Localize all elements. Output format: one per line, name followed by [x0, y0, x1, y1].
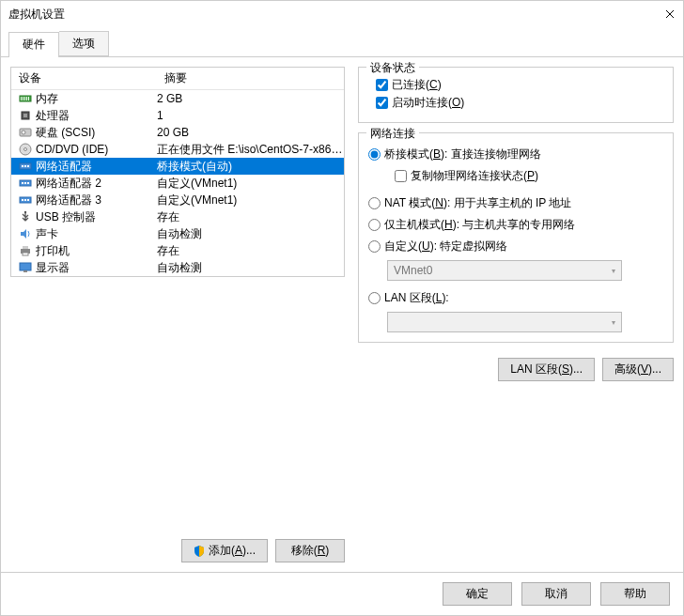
svg-point-9	[22, 131, 25, 134]
custom-radio[interactable]	[368, 240, 381, 253]
network-extra-buttons: LAN 区段(S)... 高级(V)...	[358, 358, 674, 381]
device-summary: 自动检测	[157, 226, 344, 242]
replicate-label: 复制物理网络连接状态(P)	[411, 168, 538, 184]
device-state-group: 设备状态 已连接(C) 启动时连接(O)	[358, 67, 674, 123]
lan-segment-dropdown-wrap: ▾	[387, 312, 663, 332]
device-row[interactable]: 处理器1	[11, 107, 344, 124]
network-connection-legend: 网络连接	[366, 126, 419, 142]
sound-icon	[17, 226, 34, 241]
svg-rect-27	[23, 253, 28, 255]
header-device: 设备	[11, 68, 157, 89]
net-icon	[17, 192, 34, 208]
hostonly-label: 仅主机模式(H): 与主机共享的专用网络	[384, 217, 575, 233]
device-list-header: 设备 摘要	[11, 68, 344, 90]
custom-radio-row[interactable]: 自定义(U): 特定虚拟网络	[368, 239, 663, 254]
cancel-button[interactable]: 取消	[521, 582, 591, 606]
right-panel: 设备状态 已连接(C) 启动时连接(O) 网络连接 桥接模式(B): 直接连接物…	[358, 67, 674, 562]
bridged-radio[interactable]	[368, 148, 381, 161]
svg-point-11	[24, 148, 27, 151]
connect-poweron-checkbox-row[interactable]: 启动时连接(O)	[368, 95, 663, 111]
ok-button[interactable]: 确定	[443, 582, 512, 606]
svg-point-24	[24, 211, 26, 213]
device-summary: 存在	[157, 209, 344, 225]
lan-segment-dropdown[interactable]: ▾	[387, 312, 622, 332]
svg-rect-29	[23, 270, 27, 272]
net-icon	[17, 176, 34, 191]
device-row[interactable]: 显示器自动检测	[11, 259, 344, 276]
custom-vmnet-value: VMnet0	[394, 264, 432, 277]
custom-vmnet-dropdown[interactable]: VMnet0 ▾	[387, 260, 622, 281]
lan-segments-button[interactable]: LAN 区段(S)...	[498, 358, 595, 381]
device-name: 打印机	[34, 243, 157, 259]
network-connection-group: 网络连接 桥接模式(B): 直接连接物理网络 复制物理网络连接状态(P) NAT…	[358, 132, 674, 343]
svg-rect-21	[22, 199, 23, 201]
connected-label: 已连接(C)	[392, 77, 442, 93]
left-panel: 设备 摘要 内存2 GB处理器1硬盘 (SCSI)20 GBCD/DVD (ID…	[10, 67, 345, 562]
usb-icon	[17, 209, 34, 224]
connected-checkbox[interactable]	[376, 79, 388, 91]
remove-button[interactable]: 移除(R)	[275, 539, 345, 562]
add-button-label: 添加(A)...	[209, 543, 256, 559]
device-summary: 存在	[157, 243, 344, 259]
device-row[interactable]: 网络适配器 2自定义(VMnet1)	[11, 175, 344, 192]
device-name: 网络适配器 3	[34, 192, 157, 208]
device-row[interactable]: 硬盘 (SCSI)20 GB	[11, 124, 344, 141]
dialog-buttons: 确定 取消 帮助	[1, 572, 683, 615]
device-summary: 1	[157, 109, 344, 122]
device-row[interactable]: 网络适配器 3自定义(VMnet1)	[11, 192, 344, 208]
svg-rect-1	[21, 97, 22, 100]
add-button[interactable]: 添加(A)...	[181, 539, 268, 562]
cd-icon	[17, 142, 34, 157]
device-name: 处理器	[34, 108, 157, 124]
custom-dropdown-wrap: VMnet0 ▾	[387, 260, 663, 281]
device-row[interactable]: CD/DVD (IDE)正在使用文件 E:\iso\CentOS-7-x86_.…	[11, 141, 344, 158]
printer-icon	[17, 243, 34, 258]
close-button[interactable]	[657, 1, 683, 27]
replicate-checkbox[interactable]	[395, 170, 407, 182]
hostonly-radio-row[interactable]: 仅主机模式(H): 与主机共享的专用网络	[368, 217, 663, 233]
advanced-button[interactable]: 高级(V)...	[602, 358, 674, 381]
tab-hardware[interactable]: 硬件	[8, 32, 59, 57]
device-name: 显示器	[34, 260, 157, 276]
device-name: 声卡	[34, 226, 157, 242]
header-summary: 摘要	[157, 68, 344, 89]
shield-icon	[194, 546, 205, 557]
device-row[interactable]: 声卡自动检测	[11, 225, 344, 242]
chevron-down-icon: ▾	[612, 267, 615, 275]
nat-label: NAT 模式(N): 用于共享主机的 IP 地址	[384, 195, 571, 211]
nat-radio[interactable]	[368, 197, 381, 209]
device-row[interactable]: 打印机存在	[11, 242, 344, 259]
device-summary: 桥接模式(自动)	[157, 159, 344, 175]
nat-radio-row[interactable]: NAT 模式(N): 用于共享主机的 IP 地址	[368, 195, 663, 211]
lan-segment-radio[interactable]	[368, 292, 381, 304]
device-buttons: 添加(A)... 移除(R)	[10, 530, 345, 562]
device-row[interactable]: 内存2 GB	[11, 90, 344, 107]
bridged-radio-row[interactable]: 桥接模式(B): 直接连接物理网络	[368, 146, 663, 162]
vm-settings-window: 虚拟机设置 硬件 选项 设备 摘要 内存2 GB处理器1硬盘 (SCSI)20 …	[0, 0, 684, 616]
svg-rect-26	[23, 246, 28, 249]
device-name: CD/DVD (IDE)	[34, 143, 157, 156]
svg-rect-28	[20, 263, 31, 270]
connected-checkbox-row[interactable]: 已连接(C)	[368, 77, 663, 93]
device-summary: 自定义(VMnet1)	[157, 176, 344, 192]
device-summary: 自定义(VMnet1)	[157, 192, 344, 208]
tabs: 硬件 选项	[1, 31, 683, 57]
lan-segment-label: LAN 区段(L):	[384, 290, 449, 306]
device-name: 硬盘 (SCSI)	[34, 125, 157, 141]
svg-rect-14	[24, 165, 26, 167]
lan-segment-radio-row[interactable]: LAN 区段(L):	[368, 290, 663, 306]
hostonly-radio[interactable]	[368, 219, 381, 231]
memory-icon	[17, 91, 34, 106]
device-summary: 自动检测	[157, 260, 344, 276]
device-row[interactable]: USB 控制器存在	[11, 208, 344, 225]
svg-rect-13	[22, 165, 23, 167]
content-area: 设备 摘要 内存2 GB处理器1硬盘 (SCSI)20 GBCD/DVD (ID…	[1, 57, 683, 572]
help-button[interactable]: 帮助	[600, 582, 670, 606]
display-icon	[17, 260, 34, 275]
connect-poweron-checkbox[interactable]	[376, 97, 388, 109]
close-icon	[665, 9, 675, 19]
device-row[interactable]: 网络适配器桥接模式(自动)	[11, 158, 344, 175]
tab-options[interactable]: 选项	[59, 31, 109, 56]
replicate-checkbox-row[interactable]: 复制物理网络连接状态(P)	[387, 168, 663, 184]
titlebar: 虚拟机设置	[1, 1, 683, 27]
